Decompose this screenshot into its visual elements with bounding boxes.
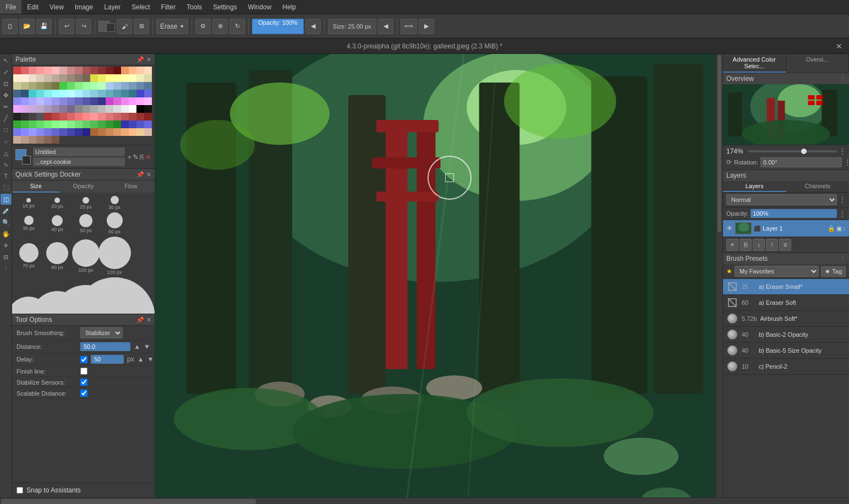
color-swatch[interactable] [144,120,152,128]
color-swatch[interactable] [52,128,59,136]
color-swatch[interactable] [121,82,129,90]
color-swatch[interactable] [44,90,52,97]
color-swatch[interactable] [36,113,44,120]
color-swatch[interactable] [113,128,121,136]
color-swatch[interactable] [36,90,44,97]
copy-brush-icon[interactable]: ⎘ [140,153,144,161]
color-swatch[interactable] [44,82,52,90]
color-swatch[interactable] [90,74,98,82]
brush-preset-item[interactable]: 40b) Basic-5 Size Opacity [723,343,849,359]
brush-name-display[interactable]: ...cept-cookie [33,157,125,166]
zoom-more-icon[interactable]: ⋮ [839,147,846,155]
menu-file[interactable]: File [0,0,21,14]
tab-channels[interactable]: Channels [786,181,850,192]
color-swatch[interactable] [36,105,44,113]
color-swatch[interactable] [59,97,67,105]
layer-inherit-icon[interactable]: ↓ [843,225,846,232]
brush-size-item[interactable]: 100 px [72,239,100,273]
color-swatch[interactable] [36,128,44,136]
color-swatch[interactable] [113,74,121,82]
color-swatch[interactable] [121,113,129,120]
color-swatch[interactable] [67,67,75,74]
brush-size-item[interactable]: 120 px [100,237,129,275]
color-swatch[interactable] [21,113,29,120]
color-swatch[interactable] [13,74,21,82]
color-swatch[interactable] [29,82,36,90]
color-swatch[interactable] [36,136,44,144]
tool-bezier[interactable]: ∿ [1,159,12,170]
color-swatch[interactable] [29,90,36,97]
bp-more-icon[interactable]: ⋮ [840,255,846,262]
color-swatch[interactable] [67,128,75,136]
color-swatch[interactable] [90,82,98,90]
color-swatch[interactable] [136,97,144,105]
tool-dropdown[interactable]: Erase ▼ [156,19,188,34]
color-swatch[interactable] [83,82,90,90]
scrollbar-thumb[interactable] [717,55,721,232]
color-swatch[interactable] [98,128,106,136]
color-swatch[interactable] [144,90,152,97]
color-swatch[interactable] [144,97,152,105]
opacity-input[interactable] [751,209,837,218]
qs-pin-icon[interactable]: 📌 [136,171,144,178]
hscrollbar-thumb[interactable] [1,499,256,504]
layer-alpha-icon[interactable]: ▣ [836,225,842,232]
tool-transform[interactable]: ⤢ [1,67,12,78]
brush-size-item[interactable]: 16 px [14,198,43,209]
color-swatch[interactable] [129,90,136,97]
brush-tool-button[interactable]: 🖌 [117,19,132,34]
color-swatch[interactable] [36,67,44,74]
delay-spinner-down[interactable]: ▼ [147,355,154,363]
color-swatch[interactable] [129,128,136,136]
move-layer-up-icon[interactable]: ↑ [766,239,778,251]
brush-smoothing-select[interactable]: Stabilizer Basic Weighted [80,327,123,338]
rotation-reset-icon[interactable]: ⟳ [726,158,732,166]
crosshair-button[interactable]: ⊕ [212,19,228,34]
color-swatch[interactable] [44,120,52,128]
color-swatch[interactable] [113,97,121,105]
color-swatch[interactable] [52,113,59,120]
brush-preset-item[interactable]: 25a) Eraser Small* [723,279,849,295]
overview-thumbnail[interactable] [723,84,849,145]
color-swatch[interactable] [106,113,113,120]
opacity-control[interactable]: Opacity: 100% [252,19,304,34]
color-swatch[interactable] [21,105,29,113]
rotation-more-icon[interactable]: ⋮ [844,158,849,166]
color-swatch[interactable] [106,120,113,128]
color-swatch[interactable] [98,90,106,97]
tool-more[interactable]: ⋮ [1,263,12,274]
tool-settings-button[interactable]: ⚙ [195,19,211,34]
tab-flow[interactable]: Flow [107,180,155,193]
color-swatch[interactable] [59,128,67,136]
color-swatch[interactable] [121,128,129,136]
brush-filter-select[interactable]: My Favorites All Recent [735,266,819,277]
color-swatch[interactable] [98,74,106,82]
color-swatch[interactable] [75,120,83,128]
distance-spinner-up[interactable]: ▲ [134,343,140,350]
color-swatch[interactable] [83,113,90,120]
color-swatch[interactable] [44,74,52,82]
color-swatch[interactable] [59,120,67,128]
tab-adv-color[interactable]: Advanced Color Selec... [723,54,786,73]
menu-edit[interactable]: Edit [21,0,44,14]
color-swatch[interactable] [129,120,136,128]
menu-image[interactable]: Image [69,0,98,14]
brush-size-item[interactable]: 300 px [100,277,129,314]
brush-size-item[interactable]: 35 px [14,216,43,231]
layer-name-display[interactable]: Untitled [33,147,125,156]
copy-layer-button[interactable]: ⎘ [740,239,752,251]
brush-preset-item[interactable]: 40b) Basic-2 Opacity [723,327,849,343]
tool-line[interactable]: ╱ [1,113,12,124]
brush-size-item[interactable]: 30 px [100,196,129,210]
color-swatch[interactable] [36,82,44,90]
color-swatch[interactable] [13,128,21,136]
color-swatch[interactable] [52,74,59,82]
color-swatch[interactable] [129,82,136,90]
tool-pan[interactable]: 🖐 [1,228,12,239]
color-swatch[interactable] [52,90,59,97]
color-swatch[interactable] [121,67,129,74]
color-swatch[interactable] [136,113,144,120]
color-swatch[interactable] [90,97,98,105]
color-swatch[interactable] [129,105,136,113]
color-swatch[interactable] [113,67,121,74]
